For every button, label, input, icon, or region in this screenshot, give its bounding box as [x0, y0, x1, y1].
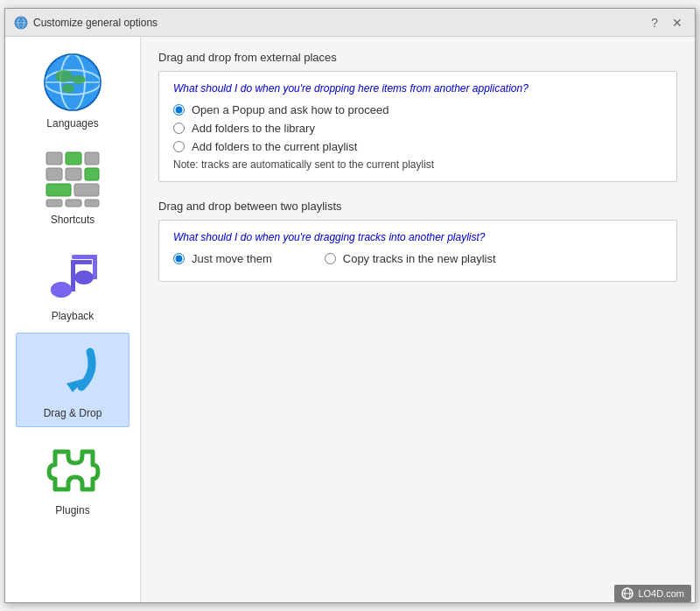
dragdrop-label: Drag & Drop	[44, 407, 102, 419]
section1-question: What should I do when you're dropping he…	[173, 82, 662, 95]
radio-copy-tracks[interactable]	[325, 253, 336, 264]
watermark-icon	[621, 587, 634, 600]
svg-rect-18	[66, 168, 81, 180]
option-popup: Open a Popup and ask how to proceed	[173, 103, 662, 116]
sidebar-item-playback[interactable]: Playback	[16, 236, 130, 329]
svg-rect-31	[93, 255, 97, 279]
help-button[interactable]: ?	[648, 16, 662, 30]
window-title: Customize general options	[33, 17, 158, 29]
shortcuts-label: Shortcuts	[51, 214, 95, 226]
radio-popup[interactable]	[173, 104, 185, 116]
plugins-icon	[41, 438, 104, 501]
shortcuts-icon	[41, 147, 104, 210]
main-panel: Drag and drop from external places What …	[141, 37, 695, 602]
languages-label: Languages	[46, 117, 98, 130]
section2-question: What should I do when you're dragging tr…	[173, 231, 662, 243]
label-add-lib[interactable]: Add folders to the library	[192, 122, 315, 135]
svg-rect-24	[85, 200, 99, 207]
option-copy-tracks: Copy tracks in the new playlist	[325, 252, 496, 265]
section1-note: Note: tracks are automatically sent to t…	[173, 158, 662, 171]
label-add-playlist[interactable]: Add folders to the current playlist	[192, 140, 357, 153]
playback-label: Playback	[52, 310, 94, 322]
watermark-text: LO4D.com	[638, 588, 684, 599]
radio-just-move[interactable]	[173, 253, 185, 264]
option-add-lib: Add folders to the library	[173, 122, 662, 135]
svg-rect-19	[85, 168, 99, 180]
svg-rect-23	[66, 200, 81, 207]
svg-point-12	[72, 75, 86, 84]
content-area: Languages	[5, 37, 695, 602]
section-external-dnd: Drag and drop from external places What …	[158, 51, 677, 182]
svg-point-29	[74, 270, 94, 284]
svg-rect-26	[71, 260, 75, 291]
title-bar-left: Customize general options	[14, 16, 158, 30]
section2-radio-row: Just move them Copy tracks in the new pl…	[173, 252, 662, 270]
option-add-playlist: Add folders to the current playlist	[173, 140, 662, 153]
section-between-playlists: Drag and drop between two playlists What…	[158, 200, 677, 282]
radio-add-lib[interactable]	[173, 123, 185, 134]
svg-rect-16	[85, 152, 99, 165]
sidebar: Languages	[5, 37, 141, 602]
label-just-move[interactable]: Just move them	[192, 252, 272, 265]
svg-rect-17	[46, 168, 62, 180]
sidebar-item-languages[interactable]: Languages	[16, 44, 130, 137]
svg-rect-27	[71, 260, 92, 264]
watermark: LO4D.com	[614, 585, 691, 602]
plugins-label: Plugins	[55, 504, 89, 516]
dragdrop-icon	[41, 341, 104, 404]
svg-rect-21	[74, 184, 99, 196]
svg-rect-15	[66, 152, 81, 165]
section1-box: What should I do when you're dropping he…	[158, 71, 677, 182]
close-button[interactable]: ✕	[668, 16, 686, 30]
svg-rect-14	[46, 152, 62, 165]
sidebar-item-dragdrop[interactable]: Drag & Drop	[16, 333, 130, 427]
title-bar: Customize general options ? ✕	[5, 9, 695, 37]
sidebar-item-plugins[interactable]: Plugins	[16, 431, 130, 523]
sidebar-item-shortcuts[interactable]: Shortcuts	[16, 140, 130, 233]
playback-icon	[41, 243, 104, 306]
svg-rect-30	[72, 255, 94, 259]
label-popup[interactable]: Open a Popup and ask how to proceed	[192, 103, 389, 116]
app-icon	[14, 16, 28, 30]
svg-point-11	[55, 70, 73, 82]
section1-title: Drag and drop from external places	[158, 51, 677, 64]
svg-rect-22	[46, 200, 62, 207]
section2-box: What should I do when you're dragging tr…	[158, 220, 677, 282]
radio-add-playlist[interactable]	[173, 141, 185, 152]
svg-point-28	[51, 282, 72, 298]
svg-rect-20	[46, 184, 71, 196]
title-bar-controls: ? ✕	[648, 16, 686, 30]
section2-title: Drag and drop between two playlists	[158, 200, 677, 213]
languages-icon	[41, 51, 104, 114]
svg-point-13	[62, 84, 74, 93]
option-just-move: Just move them	[173, 252, 272, 265]
label-copy-tracks[interactable]: Copy tracks in the new playlist	[343, 252, 496, 265]
main-window: Customize general options ? ✕	[4, 8, 696, 603]
